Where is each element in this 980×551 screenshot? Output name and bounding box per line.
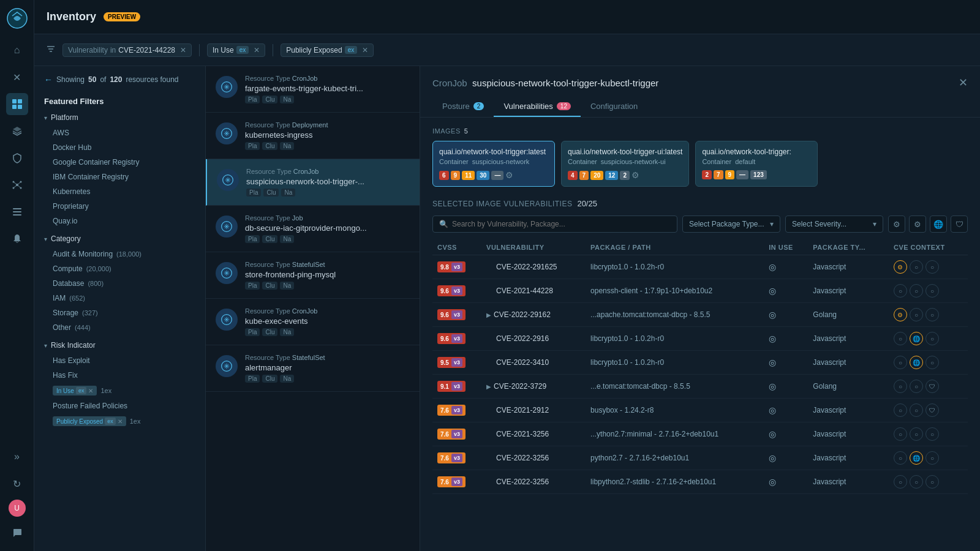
category-group-header[interactable]: ▾ Category xyxy=(34,231,205,247)
resource-item-6[interactable]: Resource Type StatefulSet alertmanager P… xyxy=(206,345,420,392)
cve-icon-circle-7-2: ○ xyxy=(925,427,939,441)
filter-chip-publicly-exposed[interactable]: Publicly Exposed ex ✕ xyxy=(281,43,374,57)
shield-action-icon[interactable]: 🛡 xyxy=(951,216,968,233)
vuln-row-0[interactable]: 9.8 v3 CVE-2022-291625 libcrypto1.0 - 1.… xyxy=(432,255,968,279)
filter-item-quay[interactable]: Quay.io xyxy=(34,214,205,228)
nav-inventory[interactable] xyxy=(6,93,28,115)
vuln-row-5[interactable]: 9.1 v3 ▶CVE-2022-3729 ...e.tomcat:tomcat… xyxy=(432,375,968,399)
cell-inuse-7: ◎ xyxy=(764,422,808,446)
filter-item-fix[interactable]: Has Fix xyxy=(34,368,205,383)
nav-home[interactable]: ⌂ xyxy=(6,39,28,61)
vuln-row-2[interactable]: 9.6 v3 ▶CVE-2022-29162 ...apache.tomcat:… xyxy=(432,303,968,327)
nav-close[interactable]: ✕ xyxy=(6,66,28,88)
category-filter-group: ▾ Category Audit & Monitoring (18,000) C… xyxy=(34,231,205,335)
vuln-row-8[interactable]: 7.6 v3 CVE-2022-3256 python2.7 - 2.7.16-… xyxy=(432,446,968,470)
nav-shield[interactable] xyxy=(6,147,28,169)
severity-select[interactable]: Select Severity... ▾ xyxy=(785,216,883,233)
filter-item-gcr[interactable]: Google Container Registry xyxy=(34,155,205,170)
image-card-2[interactable]: quai.io/network-tool-trigger: Container … xyxy=(695,141,818,187)
image-card-0[interactable]: quai.io/network-tool-trigger:latest Cont… xyxy=(432,141,555,187)
vuln-row-7[interactable]: 7.6 v3 CVE-2021-3256 ...ython2.7:minimal… xyxy=(432,422,968,446)
cell-cvss-8: 7.6 v3 xyxy=(432,446,481,470)
filter-item-aws[interactable]: AWS xyxy=(34,126,205,140)
vuln-table: CVSS Vulnerability Package / Path In Use… xyxy=(432,240,968,494)
detail-close-button[interactable]: ✕ xyxy=(959,76,968,89)
filter-item-kubernetes[interactable]: Kubernetes xyxy=(34,184,205,199)
cell-cvss-5: 9.1 v3 xyxy=(432,375,481,399)
inuse-tag: In Use ex ✕ xyxy=(53,386,97,395)
vuln-search-input[interactable] xyxy=(452,220,671,228)
cell-cve-0: CVE-2022-291625 xyxy=(481,255,586,279)
vuln-search-box[interactable]: 🔍 xyxy=(432,216,677,233)
user-avatar[interactable]: U xyxy=(9,500,26,517)
cell-cvss-4: 9.5 v3 xyxy=(432,351,481,375)
filter-item-compute[interactable]: Compute (20,000) xyxy=(34,261,205,276)
filter-item-audit[interactable]: Audit & Monitoring (18,000) xyxy=(34,247,205,261)
nav-list[interactable] xyxy=(6,201,28,223)
filter-item-proprietary[interactable]: Proprietary xyxy=(34,199,205,214)
vuln-row-6[interactable]: 7.6 v3 CVE-2021-2912 busybox - 1.24.2-r8… xyxy=(432,399,968,422)
nav-expand[interactable]: » xyxy=(6,446,28,468)
filter-chip-inuse[interactable]: In Use ex ✕ xyxy=(207,43,265,57)
cell-cvss-1: 9.6 v3 xyxy=(432,279,481,303)
resource-item-0[interactable]: Resource Type CronJob fargate-events-tri… xyxy=(206,66,420,113)
cve-icon-globe-4-1: 🌐 xyxy=(910,356,923,369)
image-vuln-tags-1: 4 7 20 12 2 ⚙ xyxy=(568,170,682,180)
nav-network[interactable] xyxy=(6,174,28,196)
vuln-row-1[interactable]: 9.6 v3 CVE-2021-44228 openssh-client - 1… xyxy=(432,279,968,303)
resource-item-5[interactable]: Resource Type CronJob kube-exec-events P… xyxy=(206,299,420,345)
filter-chip-vulnerability[interactable]: Vulnerability in CVE-2021-44228 ✕ xyxy=(62,43,192,57)
filter-item-posture[interactable]: Posture Failed Policies xyxy=(34,399,205,413)
expand-arrow-2[interactable]: ▶ xyxy=(486,312,491,318)
svg-rect-1 xyxy=(12,99,17,103)
cell-cve-8: CVE-2022-3256 xyxy=(481,446,586,470)
filter-item-database[interactable]: Database (800) xyxy=(34,276,205,291)
remove-exposed-filter[interactable]: ✕ xyxy=(362,46,368,54)
resource-item-2[interactable]: Resource Type CronJob suspicious-nerwork… xyxy=(206,159,420,206)
nav-bell[interactable] xyxy=(6,228,28,250)
expand-arrow-5[interactable]: ▶ xyxy=(486,383,491,390)
resource-item-4[interactable]: Resource Type StatefulSet store-frontend… xyxy=(206,252,420,299)
back-button[interactable]: ← Showing 50 of 120 resources found xyxy=(34,66,205,91)
cell-package-5: ...e.tomcat:tomcat-dbcp - 8.5.5 xyxy=(586,375,764,399)
tab-posture[interactable]: Posture 2 xyxy=(432,97,494,117)
tab-vulnerabilities[interactable]: Vulnerabilities 12 xyxy=(494,97,581,117)
cell-cve-6: CVE-2021-2912 xyxy=(481,399,586,422)
cell-cvecontext-4: ○🌐○ xyxy=(889,351,968,375)
settings-action-icon[interactable]: ⚙ xyxy=(909,216,926,233)
cell-inuse-8: ◎ xyxy=(764,446,808,470)
filter-item-other[interactable]: Other (444) xyxy=(34,320,205,335)
filter-action-icon[interactable]: ⚙ xyxy=(888,216,905,233)
cve-icon-circle-2-1: ○ xyxy=(910,308,923,321)
vuln-row-9[interactable]: 7.6 v3 CVE-2022-3256 libpython2.7-stdlib… xyxy=(432,470,968,494)
svg-rect-14 xyxy=(13,208,21,209)
remove-inuse-filter[interactable]: ✕ xyxy=(254,46,260,54)
filter-item-publicly-exposed[interactable]: Publicly Exposed ex ✕ 1ex xyxy=(34,413,205,429)
filter-item-inuse[interactable]: In Use ex ✕ 1ex xyxy=(34,383,205,399)
tab-configuration[interactable]: Configuration xyxy=(581,97,647,117)
nav-refresh[interactable]: ↻ xyxy=(6,473,28,495)
vuln-row-3[interactable]: 9.6 v3 CVE-2022-2916 libcrypto1.0 - 1.0.… xyxy=(432,327,968,351)
resource-item-3[interactable]: Resource Type Job db-secure-iac-gitprovi… xyxy=(206,206,420,252)
cve-icon-shield-6-2: 🛡 xyxy=(925,403,939,417)
nav-chat[interactable] xyxy=(6,522,28,544)
filter-item-ibm[interactable]: IBM Container Registry xyxy=(34,170,205,184)
svg-rect-3 xyxy=(12,105,17,109)
cell-package-1: openssh-client - 1:7.9p1-10+deb10u2 xyxy=(586,279,764,303)
package-type-select[interactable]: Select Package Type... ▾ xyxy=(682,216,780,233)
vuln-row-4[interactable]: 9.5 v3 CVE-2022-3410 libcrypto1.0 - 1.0.… xyxy=(432,351,968,375)
filter-item-dockerhub[interactable]: Docker Hub xyxy=(34,140,205,155)
filter-item-storage[interactable]: Storage (327) xyxy=(34,305,205,320)
image-card-1[interactable]: quai.io/network-tool-trigger-ui:latest C… xyxy=(561,141,689,187)
filter-item-exploit[interactable]: Has Exploit xyxy=(34,353,205,368)
nav-layers[interactable] xyxy=(6,120,28,142)
globe-action-icon[interactable]: 🌐 xyxy=(930,216,947,233)
inuse-icon-2: ◎ xyxy=(769,310,776,320)
platform-group-header[interactable]: ▾ Platform xyxy=(34,110,205,126)
filter-item-iam[interactable]: IAM (652) xyxy=(34,291,205,305)
resource-item-1[interactable]: Resource Type Deployment kubernetes-ingr… xyxy=(206,113,420,159)
cve-icon-globe-8-1: 🌐 xyxy=(910,451,923,465)
remove-vulnerability-filter[interactable]: ✕ xyxy=(180,46,186,54)
risk-indicator-group-header[interactable]: ▾ Risk Indicator xyxy=(34,337,205,353)
cve-icon-circle-9-1: ○ xyxy=(910,475,923,489)
